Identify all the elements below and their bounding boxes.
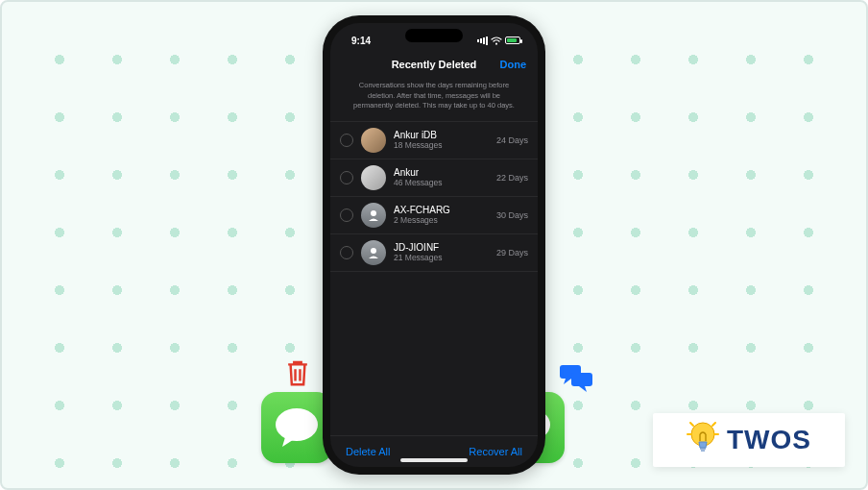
days-remaining: 24 Days	[496, 135, 528, 145]
bottom-toolbar: Delete All Recover All	[330, 435, 538, 467]
select-circle[interactable]	[340, 134, 353, 147]
avatar	[361, 128, 386, 153]
conversation-message-count: 2 Messages	[394, 215, 489, 225]
conversation-message-count: 21 Messages	[394, 253, 489, 262]
days-remaining: 30 Days	[496, 210, 528, 220]
trash-icon	[283, 357, 312, 392]
svg-point-5	[371, 210, 376, 216]
page-canvas: 9:14 Recently Deleted Done Conversations…	[0, 0, 868, 490]
signal-icon	[476, 37, 488, 45]
page-title: Recently Deleted	[392, 59, 477, 70]
conversation-row[interactable]: Ankur iDB18 Messages24 Days	[330, 121, 538, 159]
conversation-message-count: 46 Messages	[394, 178, 489, 187]
svg-point-2	[276, 408, 318, 441]
select-circle[interactable]	[340, 246, 353, 259]
select-circle[interactable]	[340, 171, 353, 184]
conversation-row[interactable]: AX-FCHARG2 Messages30 Days	[330, 196, 538, 233]
row-main: JD-JIOINF21 Messages	[394, 242, 489, 262]
conversation-row[interactable]: 👽Maa & Maybe: Ankur…3 Messages29 Days	[330, 271, 538, 279]
status-time: 9:14	[351, 36, 371, 46]
info-text: Conversations show the days remaining be…	[330, 77, 538, 121]
messages-app-icon	[261, 392, 332, 463]
conversation-row[interactable]: Ankur46 Messages22 Days	[330, 159, 538, 196]
phone-mockup: 9:14 Recently Deleted Done Conversations…	[323, 15, 545, 475]
conversation-row[interactable]: JD-JIOINF21 Messages29 Days	[330, 233, 538, 271]
status-indicators	[476, 37, 520, 45]
days-remaining: 29 Days	[496, 248, 528, 257]
conversation-message-count: 18 Messages	[394, 140, 489, 150]
select-circle[interactable]	[340, 208, 353, 222]
row-main: Ankur46 Messages	[394, 167, 489, 187]
logo-text: TWOS	[727, 425, 811, 455]
avatar	[361, 165, 386, 190]
svg-point-4	[495, 42, 497, 44]
lightbulb-icon	[687, 419, 719, 461]
nav-bar: Recently Deleted Done	[330, 52, 538, 77]
row-main: Ankur iDB18 Messages	[394, 130, 489, 150]
conversation-name: Ankur	[394, 167, 489, 178]
home-indicator	[400, 458, 468, 462]
conversation-name: Ankur iDB	[394, 130, 489, 140]
chat-bubbles-icon	[558, 363, 594, 396]
recover-all-button[interactable]: Recover All	[469, 446, 522, 457]
days-remaining: 22 Days	[496, 173, 528, 183]
svg-rect-1	[571, 373, 592, 386]
battery-icon	[505, 37, 520, 44]
dynamic-island	[405, 29, 463, 42]
conversation-name: AX-FCHARG	[394, 205, 489, 215]
phone-screen: 9:14 Recently Deleted Done Conversations…	[330, 23, 538, 467]
delete-all-button[interactable]: Delete All	[346, 446, 390, 457]
logo-badge: TWOS	[653, 413, 845, 467]
avatar	[361, 240, 386, 265]
wifi-icon	[491, 37, 502, 45]
done-button[interactable]: Done	[500, 59, 527, 70]
row-main: AX-FCHARG2 Messages	[394, 205, 489, 225]
conversation-list: Ankur iDB18 Messages24 DaysAnkur46 Messa…	[330, 121, 538, 279]
avatar	[361, 203, 386, 228]
svg-point-6	[371, 248, 376, 254]
conversation-name: JD-JIOINF	[394, 242, 489, 253]
